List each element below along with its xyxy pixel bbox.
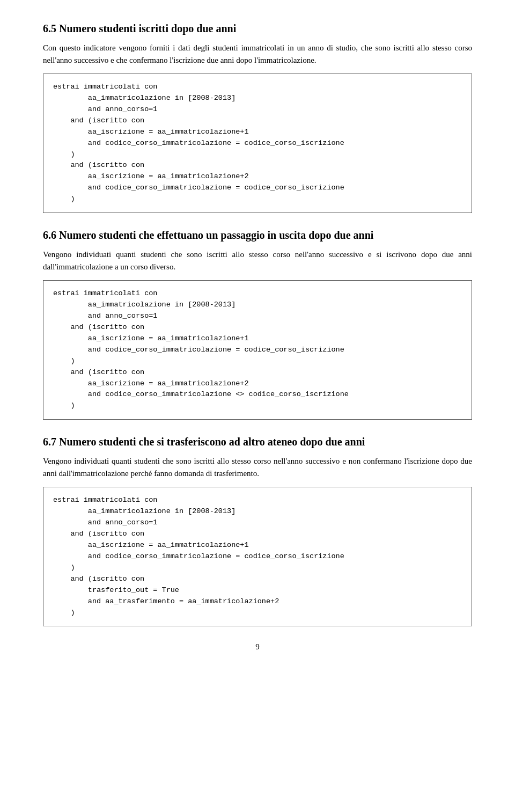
section-6-6-code: estrai immatricolati con aa_immatricolaz… (43, 280, 472, 420)
section-6-5-code: estrai immatricolati con aa_immatricolaz… (43, 74, 472, 213)
section-6-7-heading: 6.7 Numero studenti che si trasferiscono… (43, 435, 472, 449)
section-6-5: 6.5 Numero studenti iscritti dopo due an… (43, 21, 472, 213)
section-6-7-body: Vengono individuati quanti studenti che … (43, 455, 472, 479)
section-6-5-number: 6.5 (43, 23, 56, 34)
section-6-6-heading: 6.6 Numero studenti che effettuano un pa… (43, 228, 472, 242)
section-6-5-body: Con questo indicatore vengono forniti i … (43, 42, 472, 66)
section-6-5-heading: 6.5 Numero studenti iscritti dopo due an… (43, 21, 472, 35)
page-number: 9 (43, 642, 472, 652)
section-6-7-number: 6.7 (43, 436, 56, 448)
section-6-6-number: 6.6 (43, 229, 56, 241)
section-6-6: 6.6 Numero studenti che effettuano un pa… (43, 228, 472, 420)
section-6-6-title: Numero studenti che effettuano un passag… (59, 229, 373, 241)
section-6-7-title: Numero studenti che si trasferiscono ad … (59, 436, 365, 448)
section-6-5-title: Numero studenti iscritti dopo due anni (59, 23, 236, 34)
section-6-7-code: estrai immatricolati con aa_immatricolaz… (43, 487, 472, 626)
section-6-6-body: Vengono individuati quanti studenti che … (43, 248, 472, 273)
section-6-7: 6.7 Numero studenti che si trasferiscono… (43, 435, 472, 626)
